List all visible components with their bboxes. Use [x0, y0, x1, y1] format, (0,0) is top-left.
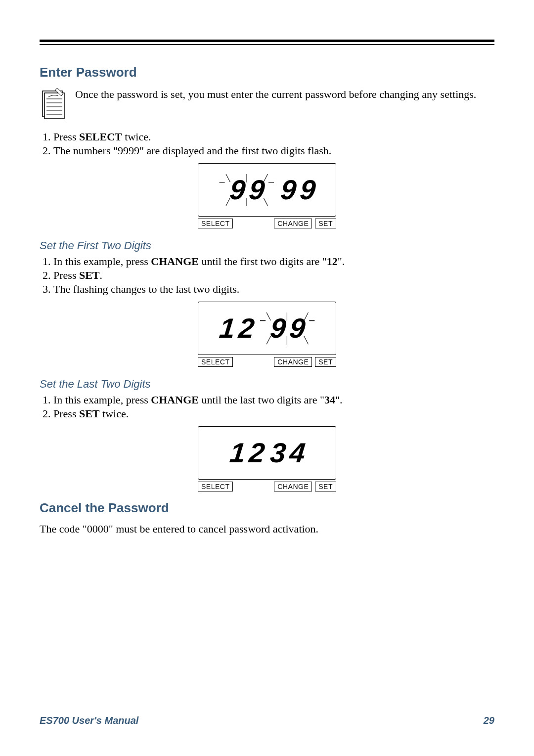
lcd-screen: ╲│╱ – 9 9 – ╱│╲ 9 9 — [198, 163, 336, 217]
select-button-label: SELECT — [198, 219, 233, 228]
step-bold: SET — [79, 269, 100, 281]
heading-enter-password: Enter Password — [40, 65, 494, 80]
heading-cancel-password: Cancel the Password — [40, 500, 494, 516]
digit-pair-left: 1 2 — [219, 314, 254, 342]
step: The flashing changes to the last two dig… — [53, 283, 494, 296]
lcd-button-row: SELECT CHANGE SET — [198, 219, 336, 228]
flash-marks-bottom: ╱│╲ — [259, 336, 316, 344]
step-text: twice. — [122, 131, 151, 143]
set-button-label: SET — [315, 482, 336, 491]
lcd-screen: 1 2 ╲│╱ – 9 9 – ╱│╲ — [198, 302, 336, 355]
step-bold: 12 — [327, 255, 338, 267]
lcd-display-1299: 1 2 ╲│╱ – 9 9 – ╱│╲ SELECT CHANGE SET — [198, 302, 336, 367]
lcd-screen: 1 2 3 4 — [198, 426, 336, 480]
step-text: Press — [53, 269, 79, 281]
step-bold: CHANGE — [151, 394, 199, 406]
digit: 4 — [287, 439, 307, 467]
lcd-display-9999: ╲│╱ – 9 9 – ╱│╲ 9 9 SELECT CHANGE SET — [198, 163, 336, 228]
step-text: Press — [53, 131, 79, 143]
lcd-display-1234: 1 2 3 4 SELECT CHANGE SET — [198, 426, 336, 491]
digit: 1 — [227, 439, 247, 467]
step-text: ". — [335, 394, 342, 406]
flash-marks-top: ╲│╱ — [259, 312, 316, 320]
digit: 2 — [236, 314, 256, 342]
step: Press SELECT twice. — [53, 131, 494, 143]
step-text: . — [100, 269, 103, 281]
change-button-label: CHANGE — [274, 219, 312, 228]
steps-last-two: In this example, press CHANGE until the … — [53, 394, 494, 420]
step: In this example, press CHANGE until the … — [53, 255, 494, 268]
step: Press SET. — [53, 269, 494, 282]
flash-marks-top: ╲│╱ — [219, 174, 275, 182]
note-text: Once the password is set, you must enter… — [75, 87, 476, 102]
digit-pair-right: ╲│╱ – 9 9 – ╱│╲ — [259, 314, 316, 342]
step-text: In this example, press — [53, 394, 151, 406]
step-bold: SET — [79, 407, 100, 420]
steps-first-two: In this example, press CHANGE until the … — [53, 255, 494, 296]
note-block: Once the password is set, you must enter… — [40, 87, 494, 122]
step: Press SET twice. — [53, 407, 494, 420]
select-button-label: SELECT — [198, 482, 233, 491]
footer-title: ES700 User's Manual — [40, 715, 138, 726]
change-button-label: CHANGE — [274, 482, 312, 491]
flash-marks-bottom: ╱│╲ — [219, 198, 275, 206]
select-button-label: SELECT — [198, 357, 233, 367]
cancel-text: The code "0000" must be entered to cance… — [40, 523, 494, 535]
digit: 3 — [268, 439, 287, 467]
heading-last-two: Set the Last Two Digits — [40, 378, 494, 391]
step: The numbers "9999" are displayed and the… — [53, 144, 494, 157]
footer-page-number: 29 — [484, 715, 494, 726]
set-button-label: SET — [315, 219, 336, 228]
lcd-button-row: SELECT CHANGE SET — [198, 357, 336, 367]
step-text: Press — [53, 407, 79, 420]
digit: 1 — [217, 314, 236, 342]
set-button-label: SET — [315, 357, 336, 367]
step-bold: CHANGE — [151, 255, 199, 267]
digit-pair-left: ╲│╱ – 9 9 – ╱│╲ — [219, 176, 275, 204]
step-bold: 34 — [324, 394, 335, 406]
digit-pair-right: 3 4 — [269, 439, 305, 467]
step-text: until the last two digits are " — [199, 394, 324, 406]
page-footer: ES700 User's Manual 29 — [40, 715, 494, 726]
digit-pair-right: 9 9 — [280, 176, 315, 204]
step-text: In this example, press — [53, 255, 151, 267]
notepad-icon — [40, 87, 66, 122]
step: In this example, press CHANGE until the … — [53, 394, 494, 406]
step-text: twice. — [100, 407, 129, 420]
change-button-label: CHANGE — [274, 357, 312, 367]
step-text: until the first two digits are " — [199, 255, 327, 267]
page-top-rule — [40, 40, 494, 45]
digit: 9 — [298, 176, 317, 204]
step-text: ". — [338, 255, 345, 267]
step-bold: SELECT — [79, 131, 122, 143]
lcd-button-row: SELECT CHANGE SET — [198, 482, 336, 491]
digit: 9 — [278, 176, 298, 204]
digit: 2 — [247, 439, 266, 467]
heading-first-two: Set the First Two Digits — [40, 239, 494, 252]
digit-pair-left: 1 2 — [229, 439, 265, 467]
steps-enter-password: Press SELECT twice. The numbers "9999" a… — [53, 131, 494, 157]
